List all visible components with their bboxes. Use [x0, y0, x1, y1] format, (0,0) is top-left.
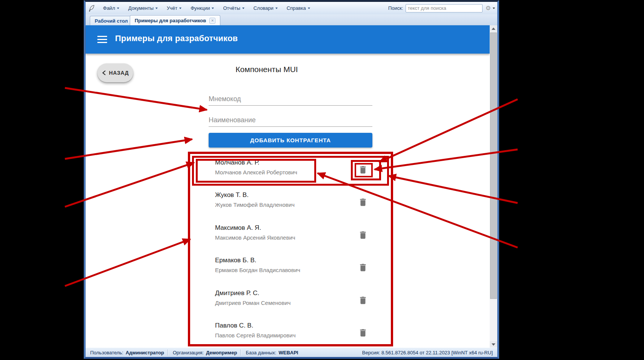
delete-button trash-icon[interactable]: [358, 295, 368, 305]
list-item-ermakov[interactable]: Ермаков Б. В. Ермаков Богдан Владиславов…: [215, 257, 351, 274]
vertical-scrollbar[interactable]: [490, 25, 497, 348]
caret-down-icon: [242, 8, 244, 9]
add-contractor-button[interactable]: ДОБАВИТЬ КОНТРАГЕНТА: [209, 133, 372, 148]
search-input[interactable]: [406, 4, 483, 12]
gear-icon: ⚙: [486, 5, 491, 11]
menubar: Файл Документы Учёт Функции Отчёты Слова…: [86, 2, 497, 15]
tabbar: Рабочий стол Примеры для разработчиков ×: [86, 14, 497, 26]
list-item-maksimov[interactable]: Максимов А. Я. Максимов Арсений Яковлеви…: [215, 224, 351, 241]
close-tab-icon[interactable]: ×: [209, 18, 215, 24]
tab-desktop[interactable]: Рабочий стол: [90, 16, 133, 25]
settings-menu-button[interactable]: ⚙: [486, 5, 495, 11]
divider: [240, 349, 241, 355]
caret-down-icon: [275, 8, 278, 9]
list-item-pavlov[interactable]: Павлов С. В. Павлов Сергей Владимирович: [215, 322, 351, 339]
menu-item-reports[interactable]: Отчёты: [218, 4, 249, 13]
caret-down-icon: [493, 8, 495, 9]
menu-item-help[interactable]: Справка: [282, 4, 315, 13]
statusbar: Пользователь: Администратор Организация:…: [86, 348, 497, 357]
list-item-molchanov[interactable]: Молчанов А. Р. Молчанов Алексей Робертов…: [215, 159, 351, 176]
delete-button trash-icon[interactable]: [358, 165, 368, 175]
user-label: Пользователь:: [90, 350, 123, 355]
caret-down-icon: [179, 8, 181, 9]
scrollbar-thumb[interactable]: [490, 32, 497, 299]
delete-button trash-icon[interactable]: [358, 328, 368, 338]
delete-button trash-icon[interactable]: [358, 197, 368, 207]
page-title: Компоненты MUI: [86, 65, 448, 74]
arrow-up-icon: [492, 28, 495, 30]
quill-app-logo-icon: [88, 4, 95, 12]
caret-down-icon: [155, 8, 158, 9]
caret-down-icon: [308, 8, 310, 9]
menu-item-file[interactable]: Файл: [98, 4, 124, 13]
mui-app-bar: Примеры для разработчиков: [86, 25, 490, 54]
menu-item-dictionaries[interactable]: Словари: [249, 4, 282, 13]
app-bar-title: Примеры для разработчиков: [115, 34, 238, 43]
delete-button trash-icon[interactable]: [358, 263, 368, 272]
database-label: База данных:: [246, 350, 276, 355]
arrow-down-icon: [492, 343, 495, 346]
scroll-down-button[interactable]: [490, 341, 497, 348]
caret-down-icon: [212, 8, 214, 9]
divider: [168, 349, 168, 355]
menu-item-functions[interactable]: Функции: [186, 4, 218, 13]
caret-down-icon: [117, 8, 119, 9]
name-field[interactable]: [209, 114, 372, 127]
organization-label: Организация:: [173, 350, 204, 355]
list-item-dmitriev[interactable]: Дмитриев Р. С. Дмитриев Роман Семенович: [215, 289, 351, 306]
mnemocode-field[interactable]: [209, 92, 372, 106]
menu-item-accounting[interactable]: Учёт: [162, 4, 186, 13]
user-value: Администратор: [126, 350, 164, 355]
delete-button trash-icon[interactable]: [358, 230, 368, 240]
database-value: WEBAPI: [278, 350, 298, 355]
hamburger-menu-icon[interactable]: [97, 36, 107, 43]
search-label: Поиск:: [388, 5, 403, 11]
list-item-zhukov[interactable]: Жуков Т. В. Жуков Тимофей Владленович: [215, 191, 351, 208]
organization-value: Демопример: [206, 350, 237, 355]
version-text: Версия: 8.561.8726.8054 от 22.11.2023 [W…: [362, 350, 494, 355]
tab-developer-examples[interactable]: Примеры для разработчиков ×: [130, 15, 220, 26]
menu-item-documents[interactable]: Документы: [124, 4, 162, 13]
scroll-up-button[interactable]: [490, 25, 497, 32]
